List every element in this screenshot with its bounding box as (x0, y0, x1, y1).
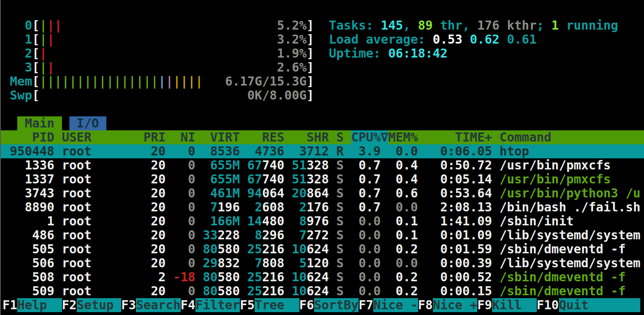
meter-bar: | (166, 74, 173, 88)
process-row-486[interactable]: 486 root 20 0 33228 8296 7272 S 0.0 0.1 … (2, 228, 644, 242)
fn-key-f1[interactable]: F1Help (2, 298, 62, 312)
cell-mem: 0.1 (388, 228, 418, 242)
cell-mb-part: 25 (247, 270, 262, 284)
tab-io[interactable]: I/O (69, 116, 106, 130)
htop-terminal: 0[||| 5.2%] Tasks: 145, 89 thr, 176 kthr… (0, 0, 644, 315)
cell-kb-part: 864 (307, 186, 329, 200)
meter-bar: | (77, 74, 84, 88)
column-header-pri[interactable]: PRI (143, 130, 166, 144)
column-header-time[interactable]: TIME+ (433, 130, 492, 144)
cell-mem: 0.4 (388, 172, 418, 186)
cell-kb-part: 624 (307, 242, 329, 256)
cpu-meter-1-label: 1 (2, 32, 32, 46)
gap (314, 32, 329, 46)
gap (492, 186, 499, 200)
gap (240, 214, 247, 228)
gap (240, 242, 247, 256)
meter-bar: | (136, 74, 143, 88)
table-header: PID USER PRI NI VIRT RES SHR S CPU%∇MEM%… (1, 130, 644, 144)
cell-mb-part: 33 (203, 228, 218, 242)
gap (292, 256, 299, 270)
fn-key-f3[interactable]: F3Search (121, 298, 181, 312)
process-row-8890[interactable]: 8890 root 20 0 7196 2608 2176 S 0.7 0.0 … (2, 200, 644, 214)
cell-pid: 508 (2, 270, 54, 284)
column-header-virt[interactable]: VIRT (203, 130, 240, 144)
gap (203, 158, 210, 172)
gap (54, 256, 62, 270)
meter-bar: | (196, 74, 203, 88)
cell-kb-part: 832 (218, 256, 240, 270)
column-header-ni[interactable]: NI (173, 130, 195, 144)
column-header-pid[interactable]: PID (2, 130, 54, 144)
column-header-s[interactable]: S (336, 130, 344, 144)
blank-line (2, 5, 644, 19)
cell-kb-part: 328 (307, 158, 329, 172)
column-header-res[interactable]: RES (247, 130, 284, 144)
cell-pid: 1336 (2, 158, 54, 172)
gap (166, 214, 173, 228)
fn-key-f8[interactable]: F8Nice + (418, 298, 478, 312)
column-header-cmd[interactable]: Command (499, 130, 551, 144)
cell-cmd: /usr/bin/pmxcfs (499, 172, 611, 186)
gap (54, 200, 62, 214)
cell-cpu: 0.0 (351, 214, 381, 228)
process-row-506[interactable]: 506 root 20 0 29832 7808 5120 S 0.0 0.0 … (2, 256, 644, 270)
fn-key-f6[interactable]: F6SortBy (299, 298, 359, 312)
tab-bar: Main I/O (2, 116, 644, 130)
uptime: Uptime: (329, 46, 389, 60)
fn-key-f4[interactable]: F4Filter (181, 298, 240, 312)
tasks-summary: 176 kthr (477, 18, 537, 32)
gap (2, 116, 17, 130)
cell-pri: 20 (143, 200, 166, 214)
tasks-summary: running (559, 18, 619, 32)
fn-key-label: F9 (477, 298, 492, 312)
gap (329, 270, 336, 284)
cell-cmd: /usr/bin/python3 /u (499, 186, 640, 200)
fn-key-f2[interactable]: F2Setup (62, 298, 122, 312)
gap (203, 186, 210, 200)
gap (240, 270, 247, 284)
cell-s: S (336, 270, 344, 284)
cell-kb-part: 580 (218, 242, 240, 256)
cell-user: root (62, 242, 144, 256)
fn-key-f5[interactable]: F5Tree (240, 298, 299, 312)
cell-kb-part: 216 (262, 242, 284, 256)
cell-mb-part: 20 (292, 186, 306, 200)
cpu-meter-3: 3[|| 2.6%] (2, 60, 644, 74)
gap (329, 242, 336, 256)
column-header-user[interactable]: USER (62, 130, 144, 144)
column-header-shr[interactable]: SHR (292, 130, 329, 144)
process-row-1337[interactable]: 1337 root 20 0 655M 67740 51328 S 0.7 0.… (2, 172, 644, 186)
cell-time: 0:05.14 (433, 172, 492, 186)
cell-s: S (336, 256, 344, 270)
tab-main[interactable]: Main (17, 116, 62, 130)
meter-bar: | (39, 46, 47, 60)
gap (247, 144, 255, 158)
process-row-508[interactable]: 508 root 2 -18 80580 25216 10624 S 0.0 0… (2, 270, 644, 284)
process-row-509[interactable]: 509 root 20 0 80580 25216 10624 S 0.0 0.… (2, 284, 644, 298)
cell-pri: 20 (143, 242, 166, 256)
tasks-summary: 1 (552, 18, 559, 32)
fn-key-f7[interactable]: F7Nice - (359, 298, 418, 312)
process-row-1[interactable]: 1 root 20 0 166M 14480 8976 S 0.0 0.1 1:… (2, 214, 644, 228)
gap (329, 144, 336, 158)
gap (381, 242, 388, 256)
fn-key-f9[interactable]: F9Kill (477, 298, 537, 312)
process-row-3743[interactable]: 3743 root 20 0 461M 94064 20864 S 0.7 0.… (2, 186, 644, 200)
cell-mb-part: 7 (210, 200, 218, 214)
meter-bracket-open: [ (32, 74, 39, 88)
memory-meter: Mem[|||||||||||||||||||||| 6.17G/15.3G] (2, 74, 644, 88)
column-header-mem[interactable]: MEM% (388, 130, 418, 144)
column-header-cpu-sorted[interactable]: CPU%∇ (351, 130, 388, 144)
cell-pri: 20 (143, 284, 166, 298)
meter-bar: | (39, 74, 47, 88)
process-row-1336[interactable]: 1336 root 20 0 655M 67740 51328 S 0.7 0.… (2, 158, 644, 172)
cell-mb-part: 8 (255, 228, 262, 242)
cell-mb-part: 67 (247, 158, 262, 172)
meter-bracket-open: [ (32, 60, 39, 74)
meter-space (39, 88, 247, 102)
process-row-950448[interactable]: 950448 root 20 0 8536 4736 3712 R 3.9 0.… (1, 144, 644, 158)
fn-key-f10[interactable]: F10Quit (537, 298, 641, 312)
gap (344, 256, 351, 270)
process-row-505[interactable]: 505 root 20 0 80580 25216 10624 S 0.0 0.… (2, 242, 644, 256)
